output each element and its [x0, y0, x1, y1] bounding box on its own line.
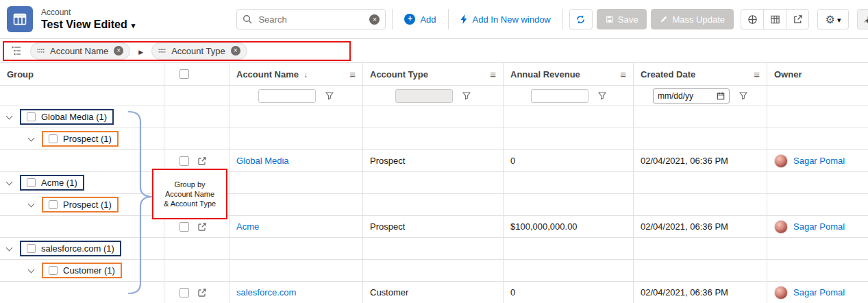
column-header-account-name[interactable]: Account Name [230, 63, 363, 86]
annotation-level2-box: Customer (1) [42, 263, 122, 278]
group-row-level1: Global Media (1) [0, 106, 164, 128]
clear-search-icon[interactable] [369, 14, 380, 25]
cell-empty [504, 260, 634, 282]
gear-icon [826, 13, 835, 26]
column-menu-icon[interactable] [620, 69, 626, 80]
account-name-link[interactable]: Acme [236, 221, 259, 232]
chevron-down-icon[interactable] [28, 266, 35, 273]
group-row-level2: Prospect (1) [0, 194, 164, 216]
owner-link[interactable]: Sagar Pomal [793, 156, 845, 166]
select-all-checkbox[interactable] [179, 69, 189, 79]
account-name-link[interactable]: Global Media [236, 156, 289, 166]
filter-cell-annual-revenue [504, 86, 634, 106]
cell-empty [767, 172, 868, 194]
view-selector[interactable]: Test View Edited [41, 18, 135, 32]
refresh-icon [575, 14, 586, 25]
group-checkbox[interactable] [49, 134, 58, 143]
add-button[interactable]: Add [399, 9, 441, 29]
row-checkbox[interactable] [179, 288, 189, 298]
column-header-group[interactable]: Group [0, 63, 164, 86]
chevron-down-icon[interactable] [28, 134, 35, 141]
group-chip-account-name[interactable]: Account Name [30, 43, 130, 60]
column-menu-icon[interactable] [349, 69, 356, 80]
owner-link[interactable]: Sagar Pomal [793, 221, 845, 232]
filter-funnel-icon[interactable] [739, 92, 747, 100]
filter-funnel-icon[interactable] [325, 92, 334, 100]
cell-account-type: Prospect [363, 150, 504, 172]
row-checkbox[interactable] [179, 156, 189, 166]
column-menu-icon[interactable] [490, 69, 496, 80]
drag-handle-icon[interactable] [37, 48, 45, 53]
column-menu-icon[interactable] [754, 69, 760, 80]
refresh-button[interactable] [569, 9, 593, 29]
chevron-down-icon [837, 14, 841, 25]
open-in-new-window-button[interactable] [786, 9, 809, 29]
group-checkbox[interactable] [49, 266, 58, 275]
column-header-created-date[interactable]: Created Date [634, 63, 767, 86]
account-type-value: Prospect [370, 156, 405, 166]
search-input[interactable] [257, 14, 364, 25]
column-header-account-type[interactable]: Account Type [363, 63, 504, 86]
cell-created-date: 02/04/2021, 06:36 PM [634, 150, 767, 172]
created-date-value: 02/04/2021, 06:36 PM [641, 156, 728, 166]
account-name-link[interactable]: salesforce.com [236, 287, 296, 298]
mass-update-button[interactable]: Mass Update [651, 9, 734, 29]
external-link-icon [793, 14, 803, 25]
open-record-icon[interactable] [197, 156, 207, 166]
group-checkbox[interactable] [27, 178, 36, 187]
remove-group-icon[interactable] [114, 46, 123, 56]
cell-empty [504, 128, 634, 150]
owner-avatar [774, 220, 788, 234]
cell-empty [504, 238, 634, 260]
annual-revenue-filter-input[interactable] [531, 89, 588, 103]
column-header-owner[interactable]: Owner [767, 63, 868, 86]
drag-handle-icon[interactable] [158, 48, 166, 53]
chevron-down-icon[interactable] [6, 178, 13, 185]
settings-gear-button[interactable] [817, 9, 849, 29]
created-date-filter-input[interactable]: mm/dd/yy [653, 88, 730, 104]
cell-select [164, 150, 230, 172]
group-checkbox[interactable] [27, 244, 36, 253]
divider [448, 9, 449, 29]
account-name-filter-input[interactable] [258, 89, 316, 103]
chevron-down-icon[interactable] [6, 244, 13, 251]
pin-button[interactable] [857, 9, 868, 29]
open-record-icon[interactable] [197, 222, 207, 232]
group-chip-label: Account Name [50, 46, 108, 56]
sharing-button[interactable] [741, 9, 764, 29]
cell-empty [164, 194, 230, 216]
open-record-icon[interactable] [197, 288, 207, 298]
cell-empty [634, 172, 767, 194]
group-checkbox[interactable] [49, 200, 58, 209]
filter-cell-empty [767, 86, 868, 106]
column-header-select [164, 63, 230, 86]
divider [392, 9, 393, 29]
add-in-new-window-button[interactable]: Add In New window [455, 9, 556, 29]
cell-empty [164, 238, 230, 260]
owner-link[interactable]: Sagar Pomal [793, 287, 845, 298]
filter-cell-empty [0, 86, 164, 106]
cell-created-date: 02/04/2021, 06:36 PM [634, 216, 767, 238]
row-checkbox[interactable] [179, 222, 189, 232]
cell-empty [230, 172, 363, 194]
remove-group-icon[interactable] [231, 46, 240, 56]
annotation-level2-box: Prospect (1) [42, 131, 119, 147]
cell-empty [230, 260, 363, 282]
chevron-down-icon[interactable] [6, 112, 13, 119]
search-icon [243, 14, 252, 24]
top-toolbar: Account Test View Edited Add Add In New … [0, 0, 868, 39]
group-chip-account-type[interactable]: Account Type [151, 43, 247, 60]
group-label: Customer (1) [63, 265, 115, 276]
table-view-button[interactable] [763, 9, 786, 29]
cell-empty [504, 194, 634, 216]
group-checkbox[interactable] [27, 112, 36, 121]
calendar-icon[interactable] [717, 92, 725, 100]
filter-funnel-icon[interactable] [462, 92, 471, 100]
save-button[interactable]: Save [597, 9, 647, 29]
annual-revenue-value: $100,000,000.00 [510, 221, 578, 232]
chevron-down-icon[interactable] [28, 200, 35, 207]
save-button-label: Save [618, 14, 638, 25]
filter-funnel-icon[interactable] [598, 92, 606, 100]
column-header-annual-revenue[interactable]: Annual Revenue [504, 63, 634, 86]
sort-descending-icon [303, 69, 308, 80]
